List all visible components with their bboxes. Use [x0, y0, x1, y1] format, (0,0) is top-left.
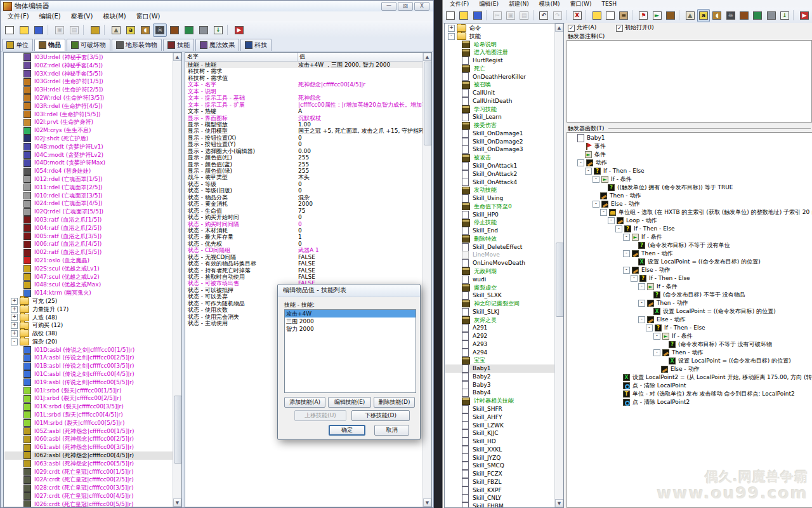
expand-box-icon[interactable]: +: [11, 322, 18, 329]
terrain-editor-button[interactable]: ▲: [684, 9, 697, 22]
property-row[interactable]: 文本 - 说明: [186, 88, 422, 95]
expand-box-icon[interactable]: -: [623, 250, 630, 257]
property-row[interactable]: 科技树 - 需求值: [186, 75, 422, 81]
paste-button[interactable]: ▤: [67, 23, 81, 37]
trigger-item[interactable]: Skill_KJJC: [445, 429, 555, 438]
expand-box-icon[interactable]: -: [638, 283, 645, 290]
property-row[interactable]: 显示 - 模型缩放1.00: [186, 121, 422, 128]
trigger-item[interactable]: Baby3: [445, 381, 555, 389]
tree-item[interactable]: I004:ratf (血浴之爪[2/5]): [4, 224, 173, 232]
trigger-item[interactable]: 神之印记撕裂空间: [445, 300, 555, 308]
expand-box-icon[interactable]: -: [577, 159, 584, 166]
trigger-item[interactable]: 哈希说明: [445, 41, 555, 49]
function-row[interactable]: Baby1: [568, 134, 812, 142]
trigger-item[interactable]: Skill_HP0: [445, 211, 555, 219]
tree-item[interactable]: I02M:crys (生生不息): [4, 126, 173, 135]
tab-科技[interactable]: 科技: [240, 39, 272, 51]
expand-box-icon[interactable]: +: [11, 306, 18, 313]
tree-item[interactable]: I01L:srbd (裂天|cffffcc00[4/5]|r): [4, 411, 173, 419]
expand-box-icon[interactable]: -: [600, 209, 607, 216]
function-row[interactable]: -Else - 动作: [568, 200, 812, 208]
trigger-item[interactable]: 停止技能: [445, 218, 555, 227]
function-row[interactable]: -?If - Then - Else: [568, 324, 812, 332]
trigger-item[interactable]: 死亡: [445, 65, 555, 73]
expand-box-icon[interactable]: +: [448, 25, 455, 32]
script-editor-button[interactable]: a: [697, 9, 710, 22]
function-row[interactable]: -动作: [568, 159, 812, 167]
trigger-item[interactable]: Skill_LZWK: [445, 422, 555, 430]
function-row[interactable]: X设置 LocalPoint2 = (从 LocalPoint 开始, 移动距离…: [568, 373, 812, 382]
trigger-item[interactable]: Skill_XXKL: [445, 446, 555, 454]
minimize-button[interactable]: 一: [381, 2, 396, 11]
tree-item[interactable]: I02Q:rdel (亡魂面罩[5/5]): [4, 208, 173, 216]
expand-box-icon[interactable]: -: [448, 33, 455, 40]
function-row[interactable]: ?(命令发布目标) 不等于 没有物品: [568, 291, 812, 299]
tree-item[interactable]: I03G:rdel (生命护符[1/5]): [4, 77, 173, 86]
property-row[interactable]: 状态 - 捡取时自动使用FALSE: [186, 274, 422, 280]
skill-list-item[interactable]: 三围 2000: [285, 318, 416, 325]
campaign-editor-button[interactable]: [738, 9, 750, 22]
expand-box-icon[interactable]: -: [653, 333, 660, 340]
function-row[interactable]: -Then - 动作: [568, 349, 812, 357]
property-row[interactable]: 状态 - 持有者死亡时掉落FALSE: [186, 267, 422, 274]
tree-item[interactable]: I026:crdt (死亡皇冠|cffffcc00[5/5]|r): [4, 500, 173, 507]
property-row[interactable]: 状态 - 无视CD间隔FALSE: [186, 254, 422, 260]
function-row[interactable]: 事件: [568, 142, 812, 150]
tree-item[interactable]: I005:ratf (血浴之爪[3/5]): [4, 232, 173, 241]
ai-editor-button[interactable]: [182, 23, 196, 37]
property-row[interactable]: 显示 - 按钮位置(X)0: [186, 135, 422, 141]
function-row[interactable]: 点 - 清除 LocalPoint: [568, 382, 812, 390]
tab-单位[interactable]: 单位: [2, 39, 33, 51]
function-row[interactable]: -►If - 条件: [568, 283, 812, 291]
expand-box-icon[interactable]: +: [11, 298, 18, 305]
tree-item[interactable]: I05Z:asbl (死神怨念|cffffcc00[1/5]|r): [4, 427, 173, 436]
tree-item[interactable]: I03I:rdel (生命护符[5/5]): [4, 110, 173, 119]
expand-box-icon[interactable]: -: [593, 176, 599, 183]
trigger-item[interactable]: Baby4: [445, 389, 555, 397]
import-manager-button[interactable]: ↓: [211, 23, 225, 37]
campaign-editor-button[interactable]: [167, 23, 181, 37]
property-row[interactable]: 显示 - 界面图标沉默权杖: [186, 115, 422, 121]
skill-list-item[interactable]: 攻击+4W: [285, 310, 416, 318]
unit-editor-button[interactable]: [88, 23, 102, 37]
item-tree-scrollbar[interactable]: ▲ ▼: [173, 53, 181, 507]
trigger-item[interactable]: Skill_SMCQ: [445, 462, 555, 470]
move-up-skill-button[interactable]: 上移技能(U): [294, 410, 346, 421]
trigger-item[interactable]: CallUnit: [445, 89, 555, 97]
tree-item[interactable]: I02I:prvt (生命护身符): [4, 118, 173, 126]
trigger-item[interactable]: 被召唤: [445, 81, 555, 89]
new-condition-button[interactable]: ►: [650, 9, 663, 22]
tree-item[interactable]: I028:crdt (死亡皇冠|cffffcc00[3/5]|r): [4, 484, 173, 492]
trigger-item[interactable]: Skill_AHFY: [445, 413, 555, 422]
function-row[interactable]: -单位组 - 选取 (在 HXTB 的主索引 (获取 (触发单位) 的整数地址)…: [568, 208, 812, 217]
tree-item[interactable]: I003:ratf (血浴之爪[1/5]): [4, 216, 173, 224]
move-down-skill-button[interactable]: 下移技能(D): [351, 410, 410, 421]
trigger-item[interactable]: 进入地图注册: [445, 48, 555, 57]
trigger-item[interactable]: A293: [445, 340, 555, 349]
object-manager-button[interactable]: [197, 23, 211, 37]
tree-item[interactable]: I029:crdt (死亡皇冠|cffffcc00[1/5]|r): [4, 468, 173, 476]
function-row[interactable]: X设置 LocalPoint = ((命令发布目标) 的位置): [568, 357, 812, 365]
function-row[interactable]: Then - 动作: [568, 192, 812, 200]
tree-item[interactable]: I027:crdt (死亡皇冠|cffffcc00[4/5]|r): [4, 492, 173, 500]
trigger-item[interactable]: Skill_SLKJ: [445, 308, 555, 316]
function-row[interactable]: -Then - 动作: [568, 250, 812, 258]
menu-item[interactable]: TESH: [597, 0, 621, 8]
trigger-item[interactable]: Skill_KXPF: [445, 486, 555, 495]
property-row[interactable]: 状态 - 优先权0: [186, 241, 422, 247]
menu-item[interactable]: 察看(V): [67, 11, 98, 22]
new-trigger-button[interactable]: [604, 9, 617, 22]
object-editor-button[interactable]: ☠: [724, 9, 737, 22]
expand-box-icon[interactable]: +: [11, 330, 18, 337]
function-row[interactable]: -Loop - 动作: [568, 217, 812, 225]
tree-folder[interactable]: +人造 (48): [4, 314, 173, 322]
trigger-item[interactable]: CallUnitDeath: [445, 97, 555, 105]
tree-item[interactable]: I03R:rdel (生命护符[4/5]): [4, 102, 173, 110]
trigger-item[interactable]: Skill_SLXK: [445, 291, 555, 300]
new-button[interactable]: [444, 9, 457, 22]
edit-skill-button[interactable]: 编辑技能(E): [328, 397, 371, 408]
expand-box-icon[interactable]: -: [623, 234, 630, 241]
script-editor-button[interactable]: a: [124, 23, 138, 37]
trigger-item[interactable]: 宝宝: [445, 356, 555, 364]
maximize-button[interactable]: 回: [398, 2, 413, 11]
